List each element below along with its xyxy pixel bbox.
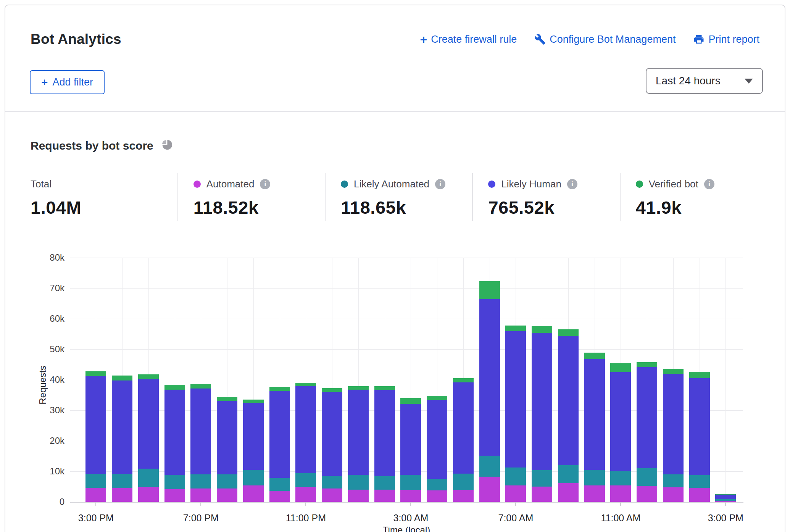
bar-segment	[532, 333, 552, 470]
stacked-bar[interactable]	[322, 388, 342, 502]
info-icon[interactable]: i	[704, 179, 714, 189]
stacked-bar[interactable]	[715, 494, 736, 502]
bar-segment	[427, 490, 447, 502]
add-filter-button[interactable]: + Add filter	[30, 70, 105, 94]
bar-segment	[348, 386, 369, 390]
header-actions: + Create firewall rule Configure Bot Man…	[420, 34, 759, 45]
bar-segment	[322, 388, 342, 392]
likely-human-value: 765.52k	[488, 197, 619, 218]
bar-segment	[217, 488, 237, 502]
print-report-link[interactable]: Print report	[693, 34, 759, 45]
stacked-bar[interactable]	[532, 326, 552, 502]
bar-segment	[190, 389, 211, 474]
bar-segment	[112, 474, 132, 488]
bar-segment	[532, 326, 552, 333]
stacked-bar[interactable]	[400, 398, 421, 502]
summary-verified-bot: Verified bot i 41.9k	[620, 173, 767, 221]
bar-segment	[505, 326, 526, 331]
gridline-h	[70, 349, 743, 350]
bar-segment	[322, 392, 342, 476]
bar-segment	[243, 400, 264, 403]
bar-segment	[85, 474, 106, 488]
stacked-bar[interactable]	[558, 329, 579, 502]
stacked-bar[interactable]	[138, 374, 159, 502]
bar-segment	[584, 485, 605, 502]
bar-segment	[610, 372, 631, 471]
x-tick-label: 7:00 AM	[498, 513, 534, 524]
stacked-bar[interactable]	[453, 378, 474, 502]
bar-segment	[584, 470, 605, 485]
bar-segment	[269, 387, 290, 391]
bar-segment	[427, 400, 447, 479]
create-firewall-rule-link[interactable]: + Create firewall rule	[420, 34, 517, 45]
configure-bot-management-link[interactable]: Configure Bot Management	[534, 34, 676, 45]
y-tick-label: 60k	[5, 313, 64, 324]
bar-segment	[322, 476, 342, 488]
stacked-bar[interactable]	[295, 383, 316, 502]
x-tick-label: 3:00 PM	[708, 513, 743, 524]
bar-segment	[505, 468, 526, 485]
y-tick-label: 10k	[5, 466, 64, 477]
info-icon[interactable]: i	[435, 179, 445, 189]
stacked-bar[interactable]	[164, 385, 185, 502]
info-icon[interactable]: i	[567, 179, 577, 189]
bar-segment	[112, 376, 132, 380]
verified-bot-dot	[636, 181, 643, 188]
bar-segment	[348, 390, 369, 475]
bar-segment	[637, 468, 657, 486]
section-title: Requests by bot score	[31, 139, 153, 152]
plot-area	[70, 258, 743, 502]
printer-icon	[693, 34, 705, 45]
bar-segment	[715, 499, 736, 501]
bar-segment	[715, 494, 736, 499]
bar-segment	[610, 471, 631, 485]
stacked-bar[interactable]	[637, 362, 657, 502]
likely-automated-dot	[341, 181, 348, 188]
bar-segment	[637, 367, 657, 468]
bar-segment	[558, 329, 579, 336]
stacked-bar[interactable]	[479, 281, 500, 502]
stacked-bar[interactable]	[689, 372, 710, 502]
bar-segment	[400, 404, 421, 475]
bar-segment	[584, 353, 605, 359]
x-tick-mark	[410, 503, 411, 506]
likely-automated-value: 118.65k	[341, 197, 472, 218]
bar-segment	[558, 465, 579, 483]
stacked-bar[interactable]	[374, 386, 395, 502]
stacked-bar[interactable]	[610, 363, 631, 502]
stacked-bar[interactable]	[217, 397, 237, 502]
automated-label: Automated	[206, 178, 255, 190]
plus-icon: +	[420, 34, 427, 44]
x-tick-label: 11:00 PM	[286, 513, 326, 524]
bar-segment	[374, 476, 395, 490]
bar-segment	[190, 474, 211, 488]
bar-segment	[374, 386, 395, 390]
stacked-bar[interactable]	[505, 326, 526, 502]
stacked-bar[interactable]	[427, 396, 447, 502]
stacked-bar[interactable]	[112, 376, 132, 502]
y-tick-label: 70k	[5, 283, 64, 293]
likely-human-label: Likely Human	[501, 178, 561, 190]
bar-segment	[663, 369, 684, 374]
pie-chart-icon	[161, 139, 173, 152]
bar-segment	[663, 487, 684, 502]
stacked-bar[interactable]	[663, 369, 684, 502]
bar-segment	[689, 488, 710, 502]
stacked-bar[interactable]	[269, 387, 290, 502]
bar-segment	[637, 362, 657, 368]
bar-segment	[164, 475, 185, 489]
stacked-bar[interactable]	[85, 371, 106, 502]
bar-segment	[505, 331, 526, 468]
stacked-bar[interactable]	[584, 353, 605, 502]
time-range-select[interactable]: Last 24 hours	[646, 68, 763, 94]
gridline-h	[70, 288, 743, 289]
summary-automated: Automated i 118.52k	[177, 173, 325, 221]
stacked-bar[interactable]	[348, 386, 369, 502]
plus-icon: +	[41, 77, 48, 87]
stacked-bar[interactable]	[190, 384, 211, 502]
info-icon[interactable]: i	[260, 179, 270, 189]
gridline-h	[70, 319, 743, 319]
bar-segment	[85, 371, 106, 376]
page-title: Bot Analytics	[31, 31, 121, 47]
stacked-bar[interactable]	[243, 400, 264, 502]
